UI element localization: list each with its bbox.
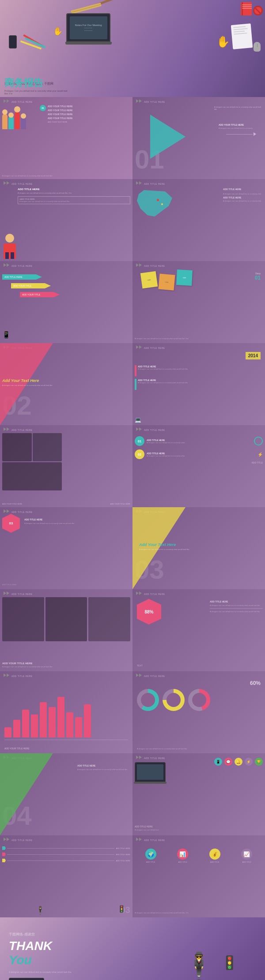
slide2-title: ADD TITLE HERE (4, 99, 33, 103)
slide-21: ADD TITLE HERE 🌍 ADD TITLE 📊 ADD TITLE 💰… (132, 835, 265, 917)
slide-9: ADD TITLE HERE 2014 ADD TITLE HERE A des… (132, 343, 265, 425)
slides-row-6: ADD TITLE HERE 03 ADD TITLE HERE A desig… (0, 507, 265, 589)
slide-16: ADD TITLE HERE ADD YOUR TITLE HERE (0, 671, 132, 753)
slides-row-5: ADD TITLE HERE ADD YOUR TITLE HERE ADD Y… (0, 425, 265, 507)
slide-11: ADD TITLE HERE 01 ADD TITLE HERE A desig… (132, 425, 265, 507)
slides-row-7: ADD TITLE HERE ADD YOUR TITLE HERE A des… (0, 589, 265, 671)
slide-8: ADD TITLE HERE 02 Add Your Text Here A d… (0, 343, 132, 425)
slide-15: ADD TITLE HERE 88% TEXT ADD TITLE HERE A… (132, 589, 265, 671)
slides-row-4: ADD TITLE HERE 02 Add Your Text Here A d… (0, 343, 265, 425)
slide-6: ADD TITLE HERE ADD TITLE HERE ADD YOUR T… (0, 261, 132, 343)
slides-row-1: ADD TITLE HERE 01 (0, 97, 265, 179)
slides-row-9: ADD TITLE HERE 04 ADD TITLE HERE A desig… (0, 753, 265, 835)
slide-14: ADD TITLE HERE ADD YOUR TITLE HERE A des… (0, 589, 132, 671)
slides-row-2: ADD TITLE HERE ADD TITLE HERE A designer… (0, 179, 265, 261)
slide-13: ADD TITLE HERE 03 Add Your Text Here A d… (132, 507, 265, 589)
slide-17: ADD TITLE HERE 60% A designer can use de… (132, 671, 265, 753)
slide-3: ADD TITLE HERE 01 A designer can use def… (132, 97, 265, 179)
slide-19: ADD TITLE HERE 📱 💬 🔔 ⚡ 🏆 ADD TITLE HERE … (132, 753, 265, 835)
slides-row-8: ADD TITLE HERE ADD YOUR TITLE HERE ADD T… (0, 671, 265, 753)
slide-cover: Notes For Our Meeting-------------------… (0, 0, 265, 97)
slides-row-10: ADD TITLE HERE ADD TITLE HERE ADD TITLE … (0, 835, 265, 917)
slide3-title: ADD TITLE HERE (136, 99, 165, 103)
slide-18: ADD TITLE HERE 04 ADD TITLE HERE A desig… (0, 753, 132, 835)
slide-5: ADD TITLE HERE ADD TITLE HERE A designer… (132, 179, 265, 261)
slide-4: ADD TITLE HERE ADD TITLE HERE A designer… (0, 179, 132, 261)
slide-12: ADD TITLE HERE 03 ADD TITLE HERE A desig… (0, 507, 132, 589)
slides-row-3: ADD TITLE HERE ADD TITLE HERE ADD YOUR T… (0, 261, 265, 343)
slide-7: ADD TITLE HERE note note note Step 01 A … (132, 261, 265, 343)
slide-10: ADD TITLE HERE ADD YOUR TITLE HERE ADD Y… (0, 425, 132, 507)
slide-2: ADD TITLE HERE 01 (0, 97, 132, 179)
slide-thankyou: 千图网络-感谢您 THANK You A designer can use de… (0, 917, 265, 980)
slide-20: ADD TITLE HERE ADD TITLE HERE ADD TITLE … (0, 835, 132, 917)
cover-title: 商务报告 Prologue: Can you default tool to c… (4, 76, 71, 95)
